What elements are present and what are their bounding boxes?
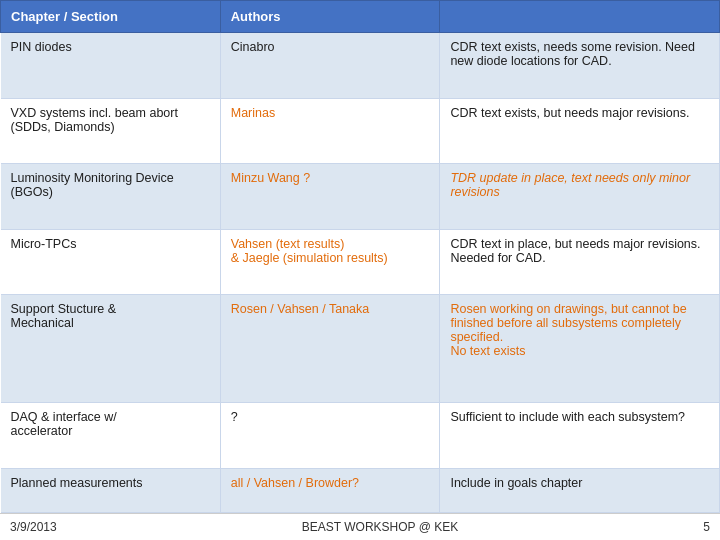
cell-authors: Minzu Wang ? bbox=[220, 164, 440, 230]
cell-notes: CDR text in place, but needs major revis… bbox=[440, 229, 720, 295]
footer: 3/9/2013 BEAST WORKSHOP @ KEK 5 bbox=[0, 513, 720, 540]
table-row: Support Stucture & MechanicalRosen / Vah… bbox=[1, 295, 720, 403]
cell-section: Support Stucture & Mechanical bbox=[1, 295, 221, 403]
cell-authors: Rosen / Vahsen / Tanaka bbox=[220, 295, 440, 403]
table-row: PIN diodesCinabroCDR text exists, needs … bbox=[1, 33, 720, 99]
cell-notes: Sufficient to include with each subsyste… bbox=[440, 403, 720, 469]
footer-page: 5 bbox=[703, 520, 710, 534]
cell-section: PIN diodes bbox=[1, 33, 221, 99]
cell-notes: CDR text exists, but needs major revisio… bbox=[440, 98, 720, 164]
cell-section: VXD systems incl. beam abort (SDDs, Diam… bbox=[1, 98, 221, 164]
cell-notes: CDR text exists, needs some revision. Ne… bbox=[440, 33, 720, 99]
main-table: Chapter / Section Authors PIN diodesCina… bbox=[0, 0, 720, 513]
cell-authors: ? bbox=[220, 403, 440, 469]
cell-section: Luminosity Monitoring Device (BGOs) bbox=[1, 164, 221, 230]
cell-section: Micro-TPCs bbox=[1, 229, 221, 295]
table-row: VXD systems incl. beam abort (SDDs, Diam… bbox=[1, 98, 720, 164]
header-authors: Authors bbox=[220, 1, 440, 33]
table-row: Luminosity Monitoring Device (BGOs)Minzu… bbox=[1, 164, 720, 230]
table-row: DAQ & interface w/ accelerator?Sufficien… bbox=[1, 403, 720, 469]
page: Chapter / Section Authors PIN diodesCina… bbox=[0, 0, 720, 540]
cell-notes: Rosen working on drawings, but cannot be… bbox=[440, 295, 720, 403]
table-row: Planned measurementsall / Vahsen / Browd… bbox=[1, 468, 720, 512]
footer-date: 3/9/2013 bbox=[10, 520, 57, 534]
cell-authors: all / Vahsen / Browder? bbox=[220, 468, 440, 512]
header-notes bbox=[440, 1, 720, 33]
footer-center: BEAST WORKSHOP @ KEK bbox=[302, 520, 458, 534]
table-row: Micro-TPCsVahsen (text results) & Jaegle… bbox=[1, 229, 720, 295]
cell-section: Planned measurements bbox=[1, 468, 221, 512]
table-header-row: Chapter / Section Authors bbox=[1, 1, 720, 33]
cell-section: DAQ & interface w/ accelerator bbox=[1, 403, 221, 469]
header-section: Chapter / Section bbox=[1, 1, 221, 33]
cell-notes: TDR update in place, text needs only min… bbox=[440, 164, 720, 230]
cell-authors: Vahsen (text results) & Jaegle (simulati… bbox=[220, 229, 440, 295]
cell-authors: Marinas bbox=[220, 98, 440, 164]
cell-authors: Cinabro bbox=[220, 33, 440, 99]
cell-notes: Include in goals chapter bbox=[440, 468, 720, 512]
